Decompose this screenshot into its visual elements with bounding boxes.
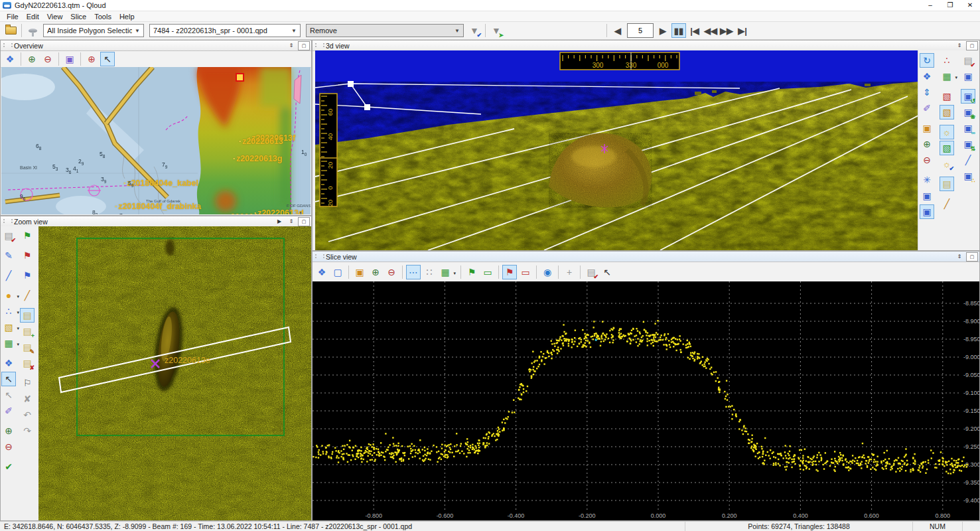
display-options-icon[interactable]: ▤✔ [961, 53, 975, 68]
view3d-scene[interactable]: 300330000 604020020 [315, 50, 920, 250]
zoom-out-icon[interactable]: ⊖ [384, 265, 399, 279]
open-project-icon[interactable] [3, 23, 18, 38]
overview-map[interactable]: z20220613fz20220613z20220613gz20180404e_… [1, 67, 311, 214]
flag-green-icon[interactable]: ⚑ [20, 228, 35, 243]
next-line-button[interactable]: ▶ [656, 23, 670, 38]
view-along-icon[interactable]: ∷ [422, 265, 437, 279]
zoom-in-icon[interactable]: ⊕ [368, 265, 383, 279]
redo-icon[interactable]: ↷ [20, 423, 35, 438]
undo-icon[interactable]: ↶ [20, 408, 35, 422]
note-delete-icon[interactable]: ▤✘ [20, 356, 35, 370]
shade-icon[interactable]: ⇕ [286, 42, 297, 50]
minimize-button[interactable]: – [920, 0, 940, 11]
polygon-edit-icon[interactable]: ⚐ [20, 376, 35, 390]
action-combobox[interactable]: Remove▼ [306, 24, 464, 37]
rotate-view-icon[interactable]: ↻ [920, 53, 934, 68]
expand-icon[interactable]: ▶ [274, 218, 285, 226]
zoom-window-icon[interactable]: ▢ [330, 265, 345, 279]
profile-segment-icon[interactable]: ╱ [1, 268, 16, 283]
zoom-in-icon[interactable]: ⊕ [920, 137, 934, 151]
note-edit-icon[interactable]: ▤✎ [20, 340, 35, 354]
frame-red-icon[interactable]: ▭ [518, 265, 533, 279]
sonar-probe-icon[interactable] [25, 23, 40, 38]
lighting-options-icon[interactable]: ☼✔ [940, 157, 954, 171]
boundary-icon[interactable]: ▣ [920, 121, 934, 135]
prev-line-button[interactable]: ◀ [610, 23, 625, 38]
zoom-view-header[interactable]: Zoom view ▶ ⇕ ▢ [1, 216, 311, 227]
light-direction-icon[interactable]: ✳ [920, 173, 934, 187]
cube-elevation-icon[interactable]: ▣⇅ [961, 137, 975, 151]
pause-button[interactable]: ▮▮ [671, 23, 686, 38]
map-display-icon[interactable]: ▦▾ [1, 336, 16, 350]
measure-cursor-icon[interactable]: ↖ [600, 265, 614, 279]
close-button[interactable]: ✕ [960, 0, 980, 11]
pan-icon[interactable]: ❖ [315, 265, 329, 279]
settings-cube-icon[interactable]: ▣ [920, 204, 934, 219]
select-cursor-icon[interactable]: ↖ [1, 372, 16, 386]
maximize-panel-icon[interactable]: ▢ [298, 217, 310, 226]
maximize-button[interactable]: ❐ [940, 0, 960, 11]
first-line-button[interactable]: |◀ [687, 23, 702, 38]
shade-icon[interactable]: ⇕ [954, 253, 965, 261]
height-exaggeration-icon[interactable]: ⇕ [920, 85, 934, 100]
cube-goggles-icon[interactable]: ▣∞ [961, 121, 975, 135]
wireframe-handle[interactable] [348, 81, 354, 87]
zoom-in-icon[interactable]: ⊕ [25, 52, 39, 66]
annotations-icon[interactable]: ▤ [940, 177, 954, 191]
segment-icon[interactable]: ╱ [961, 153, 975, 167]
points-display-icon[interactable]: ∴▾ [1, 304, 16, 319]
zoom-out-icon[interactable]: ⊖ [920, 153, 934, 167]
flag-red-icon[interactable]: ⚑ [502, 265, 517, 279]
measure-icon[interactable]: ✐ [920, 101, 934, 115]
display-options-icon[interactable]: ▤✔ [584, 265, 598, 279]
select-cursor-icon[interactable]: ↖ [100, 52, 115, 66]
filter-flow-icon[interactable]: ▼➤ [489, 23, 504, 38]
maximize-panel-icon[interactable]: ▢ [966, 41, 978, 50]
zoom-out-icon[interactable]: ⊖ [40, 52, 55, 66]
filter-accept-icon[interactable]: ▼✔ [467, 23, 482, 38]
measure-icon[interactable]: ✐ [1, 404, 16, 418]
wireframe-handle[interactable] [364, 104, 370, 110]
pick-point-icon[interactable]: ◉ [540, 265, 555, 279]
menu-help[interactable]: Help [115, 13, 139, 21]
profile-line-icon[interactable]: ╱ [940, 196, 954, 211]
note-add-icon[interactable]: ▤+ [20, 324, 35, 339]
view3d-header[interactable]: 3d view ⇕ ▢ [313, 40, 979, 51]
accept-icon[interactable]: ✔ [1, 459, 16, 474]
menu-slice[interactable]: Slice [66, 13, 90, 21]
note-view-icon[interactable]: ▤ [20, 308, 35, 323]
terrain-display-icon[interactable]: ▧▾ [1, 320, 16, 335]
select-alt-icon[interactable]: ↖ [1, 388, 16, 402]
zoom-extents-icon[interactable]: ▣ [62, 52, 77, 66]
slice-view-header[interactable]: Slice view ⇕ ▢ [313, 252, 979, 262]
selection-mode-combobox[interactable]: All Inside Polygon Selection▼ [43, 24, 144, 37]
terrain-color-icon[interactable]: ▧ [940, 105, 954, 119]
zoom-extents-icon[interactable]: ▣ [352, 265, 367, 279]
overview-header[interactable]: Overview ⇕ ▢ [1, 40, 311, 51]
display-options-icon[interactable]: ▤✔ [1, 228, 16, 243]
color-table-icon[interactable]: ▦▾ [940, 69, 954, 84]
color-table-icon[interactable]: ▦▾ [438, 265, 453, 279]
add-point-icon[interactable]: + [562, 265, 577, 279]
zoom-out-icon[interactable]: ⊖ [1, 439, 16, 454]
cube-points-icon[interactable]: ▣∴ [961, 169, 975, 183]
maximize-panel-icon[interactable]: ▢ [966, 252, 978, 262]
flag-green-icon[interactable]: ⚑ [464, 265, 479, 279]
edit-points-icon[interactable]: ✎ [1, 248, 16, 263]
last-line-button[interactable]: ▶| [735, 23, 750, 38]
cube-view-icon[interactable]: ▣ [961, 69, 975, 84]
pan-icon[interactable]: ❖ [920, 69, 934, 84]
menu-view[interactable]: View [43, 13, 67, 21]
camera-cube-icon[interactable]: ▣ [920, 189, 934, 203]
menu-edit[interactable]: Edit [23, 13, 43, 21]
soundings-color-icon[interactable]: ●▾ [1, 288, 16, 303]
zoom-scene[interactable]: z20220613e [38, 226, 311, 520]
line-file-combobox[interactable]: 7484 - z20220613h_spr - 0001.qpd▼ [149, 24, 301, 37]
menu-tools[interactable]: Tools [90, 13, 115, 21]
zoom-in-icon[interactable]: ⊕ [1, 423, 16, 438]
zoom-select-icon[interactable]: ⊕ [84, 52, 99, 66]
profile-line-icon[interactable]: ╱ [20, 288, 35, 303]
fast-back-button[interactable]: ◀◀ [703, 23, 718, 38]
terrain-profile-icon[interactable]: ▧ [940, 141, 954, 155]
pan-icon[interactable]: ❖ [3, 52, 17, 66]
